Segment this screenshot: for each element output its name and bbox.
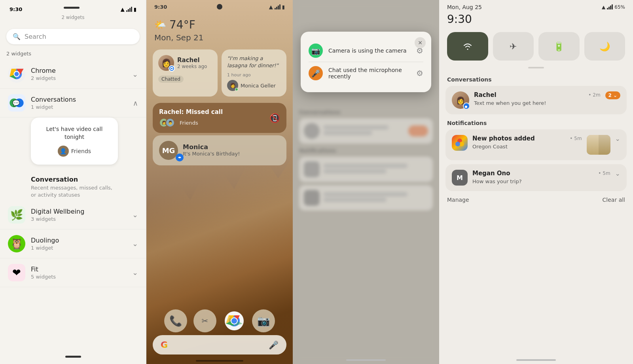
app-item-duolingo[interactable]: 🦉 Duolingo 1 widget ⌄: [0, 229, 146, 258]
panel1-home-indicator: [65, 356, 81, 358]
qs-status-icons: ▲ 65%: [602, 4, 625, 10]
photos-thumbnail: [587, 135, 610, 155]
monica-quote-user: 👩 Monica Geller: [227, 80, 281, 91]
blurred-text-2: [324, 164, 428, 175]
google-search-bar[interactable]: G 🎤: [153, 335, 286, 355]
airplane-icon: ✈: [510, 42, 517, 51]
monica-chat-badge: [176, 154, 184, 161]
svg-text:💬: 💬: [12, 99, 20, 107]
photos-expand-icon[interactable]: ⌄: [615, 135, 620, 142]
camera-dock-icon[interactable]: 📷: [252, 309, 275, 332]
weather-temp: 🌤️ 74°F: [154, 18, 285, 31]
night-mode-tile[interactable]: 🌙: [584, 32, 625, 61]
search-icon: 🔍: [13, 33, 21, 40]
group-avatars: 👩 👨: [159, 118, 172, 127]
widgets-hint: 2 widgets: [0, 49, 146, 60]
widget-description: Recent messages, missed calls, or activi…: [31, 184, 115, 199]
rachel-conv-card[interactable]: 👩 Rachel 2 weeks ago Chatted: [153, 49, 218, 97]
camera-permission-icon: 📷: [309, 44, 323, 58]
conversations-expand-icon[interactable]: ∧: [133, 99, 138, 107]
search-bar[interactable]: 🔍 Search: [6, 29, 140, 44]
permission-dialog: ✕ 📷 Camera is using the camera ⚙️ 🎤 Chat…: [301, 32, 431, 92]
duolingo-expand-icon[interactable]: ⌄: [132, 239, 138, 248]
chrome-dock-icon[interactable]: [223, 309, 246, 332]
clear-all-button[interactable]: Clear all: [603, 197, 625, 203]
qs-status-bar: Mon, Aug 25 ▲ 65%: [439, 0, 633, 13]
megan-notification-card[interactable]: M Megan Ono • 5m How was your trip? ⌄: [445, 164, 627, 191]
app-item-chrome[interactable]: Chrome 2 widgets ⌄: [0, 60, 146, 89]
qs-home-indicator: [516, 359, 556, 361]
monica-quote-card[interactable]: "I'm making a lasagna for dinner!" 1 hou…: [222, 49, 286, 97]
missed-call-card[interactable]: Rachel: Missed call 👩 👨 Friends 📵: [153, 103, 286, 133]
widget-preview-message: Let's have video call tonight: [39, 125, 110, 141]
group-name: Friends: [180, 120, 198, 126]
phone-dock-icon[interactable]: 📞: [164, 309, 187, 332]
rachel-info: Rachel 2 weeks ago: [177, 57, 207, 69]
camera-permission-text: Camera is using the camera: [328, 47, 411, 54]
fit-expand-icon[interactable]: ⌄: [132, 268, 138, 277]
rachel-status: Chatted: [158, 76, 184, 83]
chrome-widgets: 2 widgets: [31, 75, 132, 81]
mic-permission-item: 🎤 Chat used the microphone recently ⚙️: [309, 62, 423, 84]
search-text: Search: [25, 33, 46, 40]
mic-settings-icon[interactable]: ⚙️: [416, 68, 423, 78]
monica-avatar: MG: [159, 141, 178, 160]
google-mic-icon[interactable]: 🎤: [269, 340, 279, 350]
group-avatar-2: 👨: [165, 118, 175, 127]
app-item-digital-wellbeing[interactable]: 🌿 Digital Wellbeing 3 widgets ⌄: [0, 201, 146, 229]
duolingo-info: Duolingo 1 widget: [31, 237, 132, 251]
duolingo-icon: 🦉: [8, 235, 25, 252]
qs-signal-icon: [607, 5, 613, 9]
digital-wellbeing-expand-icon[interactable]: ⌄: [132, 210, 138, 219]
fit-icon: ❤️: [8, 264, 25, 281]
chrome-name: Chrome: [31, 67, 132, 74]
svg-point-19: [455, 142, 460, 146]
qs-battery-level: 65%: [614, 4, 625, 10]
home-signal-icon: [275, 5, 280, 9]
widget-user-avatar: 👤: [58, 146, 69, 157]
assistant-dock-icon[interactable]: ✂: [193, 309, 216, 332]
widget-preview-card[interactable]: Let's have video call tonight 👤 Friends: [31, 118, 118, 165]
google-photos-icon: [452, 135, 468, 151]
chrome-icon: [8, 65, 25, 83]
home-screen-indicator: [196, 360, 243, 362]
panel3-home-indicator: [346, 359, 386, 361]
app-item-fit[interactable]: ❤️ Fit 5 widgets ⌄: [0, 258, 146, 287]
svg-point-3: [15, 72, 19, 76]
rachel-time: 2 weeks ago: [177, 64, 207, 69]
missed-call-group: 👩 👨 Friends: [159, 118, 265, 127]
missed-call-info: Rachel: Missed call 👩 👨 Friends: [159, 108, 265, 127]
airplane-tile[interactable]: ✈: [493, 32, 534, 61]
home-indicator: [64, 7, 80, 9]
monica-quote-time: 1 hour ago: [227, 72, 281, 78]
blurred-header-2: Notifications: [299, 148, 433, 154]
megan-notif-body: How was your trip?: [472, 178, 610, 185]
blurred-avatar-1: [304, 123, 320, 139]
blurred-notif-3: [299, 185, 433, 210]
manage-button[interactable]: Manage: [447, 197, 469, 203]
chevron-down-icon: ⌄: [613, 93, 617, 98]
signal-icon: [126, 7, 132, 12]
permission-close-button[interactable]: ✕: [415, 37, 426, 48]
battery-icon: ▮: [134, 6, 136, 12]
megan-expand-icon[interactable]: ⌄: [615, 170, 620, 177]
photos-notif-title: New photos added: [472, 135, 535, 142]
home-conversation-cards: 👩 Rachel 2 weeks ago Chatted "I'm making…: [146, 46, 293, 100]
photos-notification-card[interactable]: New photos added • 5m Oregon Coast ⌄: [445, 129, 627, 160]
scroll-hint: 2 widgets: [6, 14, 140, 23]
mic-permission-text: Chat used the microphone recently: [328, 67, 411, 80]
chrome-svg: [8, 65, 25, 83]
wifi-tile[interactable]: [447, 32, 488, 61]
digital-wellbeing-name: Digital Wellbeing: [31, 208, 132, 215]
missed-call-phone-icon: 📵: [269, 113, 280, 123]
rachel-notif-title: Rachel: [474, 91, 497, 99]
google-logo: G: [161, 340, 168, 350]
megan-notif-content: Megan Ono • 5m How was your trip?: [472, 170, 610, 185]
monica-birthday-card[interactable]: MG Monica It's Monica's Birthday!: [153, 135, 286, 165]
digital-wellbeing-icon: 🌿: [8, 206, 25, 224]
app-item-conversations[interactable]: 💬 Conversations 1 widget ∧: [0, 89, 146, 118]
rachel-notification-card[interactable]: 👩 Rachel • 2m Text me when you get here!…: [445, 86, 627, 114]
chrome-expand-icon[interactable]: ⌄: [132, 70, 138, 78]
conversations-icon: 💬: [8, 94, 25, 112]
battery-saver-tile[interactable]: 🔋: [538, 32, 580, 61]
